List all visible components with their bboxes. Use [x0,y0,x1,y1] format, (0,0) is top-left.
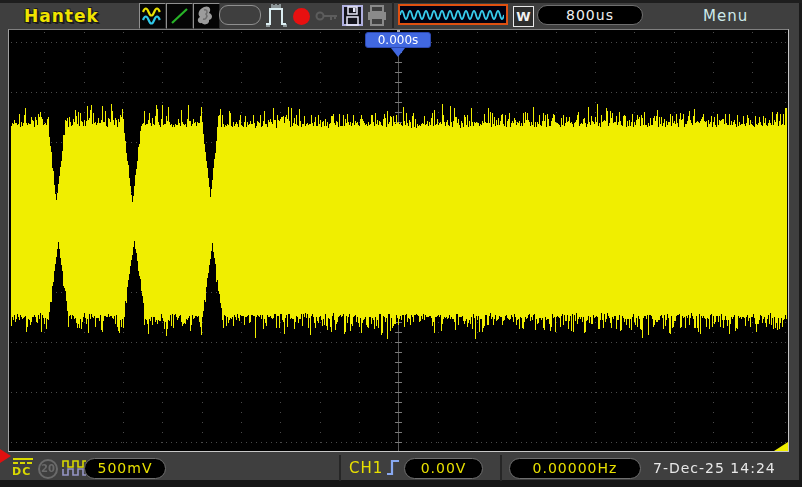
hand-icon [195,5,218,27]
coupling-indicator: DC [12,456,36,480]
line-button[interactable] [166,3,193,29]
preview-wave-icon [400,7,504,22]
trigger-time-marker[interactable]: 0.000s [365,32,431,48]
empty-slot [219,5,261,25]
trigger-pulse-icon[interactable] [265,3,291,28]
divider [500,455,502,481]
divider [392,2,394,28]
volts-per-div-readout: 500mV [84,458,166,479]
oscilloscope-screen: Hantek [0,0,802,487]
divider [339,455,341,481]
channel-waveforms-icon [141,5,164,27]
key-icon[interactable] [315,10,340,23]
frequency-readout: 0.00000Hz [509,458,641,479]
timebase-readout: 800us [537,5,643,25]
print-icon[interactable] [366,5,388,26]
save-icon[interactable] [342,5,363,26]
hantek-logo: Hantek [24,6,99,26]
hand-button[interactable] [193,3,220,29]
channel-label: CH1 [349,459,383,477]
menu-button[interactable]: Menu [703,7,748,25]
scope-display-frame [8,29,789,452]
scope-waveform-canvas [9,30,788,451]
coupling-dash [27,462,32,464]
coupling-label: DC [12,465,31,478]
coupling-dash [20,462,25,464]
datetime-label: 7-Dec-25 14:24 [653,460,776,476]
record-icon[interactable] [293,8,310,25]
trigger-time-pointer-icon [391,48,405,57]
waveform-preview-thumbnail[interactable] [398,4,508,25]
line-icon [168,5,191,27]
trigger-level-arrow-icon[interactable] [0,449,11,463]
coupling-dash [13,462,18,464]
trigger-level-readout: 0.00V [404,458,483,479]
corner-flag-icon [774,442,788,451]
window-mode-badge[interactable]: W [513,6,534,27]
channels-button[interactable] [139,3,166,29]
coupling-solid-line [13,458,33,460]
bandwidth-limit-badge: 20 [38,459,58,479]
rising-edge-icon [386,457,401,478]
